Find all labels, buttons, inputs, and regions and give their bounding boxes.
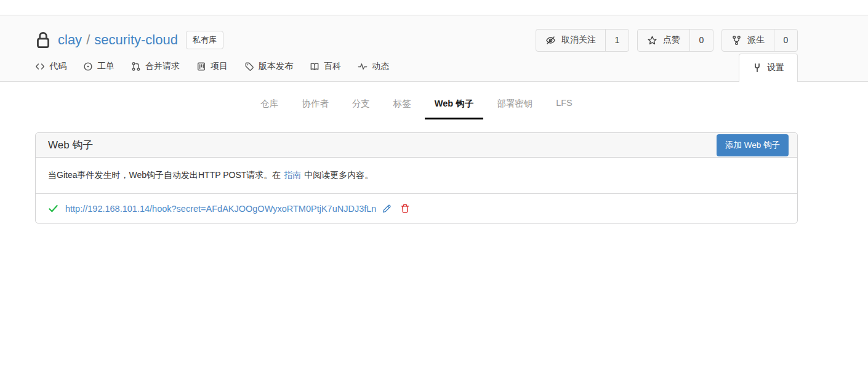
guide-link[interactable]: 指南	[284, 170, 301, 180]
tab-issues[interactable]: 工单	[83, 61, 115, 72]
forks-count[interactable]: 0	[774, 30, 797, 51]
project-icon	[196, 62, 206, 71]
tab-wiki[interactable]: 百科	[310, 61, 341, 72]
tab-code[interactable]: 代码	[35, 61, 66, 72]
settings-sub-tabs: 仓库 协作者 分支 标签 Web 钩子 部署密钥 LFS	[35, 82, 798, 119]
settings-tab-collaborators[interactable]: 协作者	[292, 98, 339, 119]
code-icon	[35, 62, 45, 71]
webhooks-description-text: 当Gitea事件发生时，Web钩子自动发出HTTP POST请求。在	[48, 170, 281, 180]
eye-slash-icon	[545, 35, 556, 46]
webhooks-description-suffix: 中阅读更多内容。	[304, 170, 373, 180]
tab-releases[interactable]: 版本发布	[244, 61, 293, 72]
repo-actions: 取消关注 1 点赞 0	[536, 29, 798, 52]
tab-wiki-label: 百科	[324, 61, 341, 72]
add-webhook-button[interactable]: 添加 Web 钩子	[717, 134, 789, 156]
settings-content: 仓库 协作者 分支 标签 Web 钩子 部署密钥 LFS Web 钩子 添加 W…	[35, 82, 798, 224]
webhooks-panel-header: Web 钩子 添加 Web 钩子	[36, 133, 797, 158]
issue-icon	[83, 62, 93, 71]
tab-settings[interactable]: 设置	[739, 54, 798, 82]
tab-projects-label: 项目	[211, 61, 228, 72]
star-icon	[647, 35, 657, 46]
fork-label: 派生	[747, 34, 765, 46]
edit-webhook-pencil-icon[interactable]	[382, 203, 392, 214]
tab-releases-label: 版本发布	[259, 61, 293, 72]
unwatch-label: 取消关注	[561, 34, 596, 46]
tab-pull-requests[interactable]: 合并请求	[131, 61, 180, 72]
repo-title-row: clay / security-cloud 私有库	[35, 15, 798, 52]
repo-owner-link[interactable]: clay	[58, 32, 82, 48]
wrench-icon	[752, 63, 762, 73]
stars-count[interactable]: 0	[689, 30, 713, 51]
repo-nav: 代码 工单	[35, 54, 798, 81]
fork-button[interactable]: 派生	[722, 30, 774, 51]
delete-webhook-trash-icon[interactable]	[400, 203, 410, 214]
repo-name-link[interactable]: security-cloud	[94, 32, 178, 48]
tab-activity-label: 动态	[372, 61, 389, 72]
webhook-success-check-icon	[48, 203, 58, 214]
tab-issues-label: 工单	[97, 61, 115, 72]
tag-icon	[244, 62, 254, 71]
tab-settings-label: 设置	[767, 62, 784, 73]
pulse-icon	[358, 62, 368, 71]
webhook-url-link[interactable]: http://192.168.101.14/hook?secret=AFdAKJ…	[65, 204, 376, 214]
pull-request-icon	[131, 62, 141, 71]
repo-title-separator: /	[86, 32, 90, 48]
tab-code-label: 代码	[49, 61, 66, 72]
star-button-group[interactable]: 点赞 0	[637, 29, 713, 52]
repo-title: clay / security-cloud	[58, 32, 178, 48]
settings-tab-webhooks[interactable]: Web 钩子	[425, 98, 483, 119]
unwatch-button-group[interactable]: 取消关注 1	[536, 29, 629, 52]
tab-projects[interactable]: 项目	[196, 61, 228, 72]
lock-icon	[35, 30, 51, 50]
book-icon	[310, 62, 319, 71]
watchers-count[interactable]: 1	[605, 30, 629, 51]
repo-header: clay / security-cloud 私有库	[0, 15, 868, 82]
settings-tab-lfs[interactable]: LFS	[546, 98, 582, 119]
webhooks-panel: Web 钩子 添加 Web 钩子 当Gitea事件发生时，Web钩子自动发出HT…	[35, 132, 798, 224]
settings-tab-tags[interactable]: 标签	[384, 98, 421, 119]
unwatch-button[interactable]: 取消关注	[536, 30, 605, 51]
fork-button-group[interactable]: 派生 0	[721, 29, 798, 52]
tab-activity[interactable]: 动态	[358, 61, 389, 72]
settings-tab-deploy-keys[interactable]: 部署密钥	[487, 98, 542, 119]
tab-pull-requests-label: 合并请求	[145, 61, 180, 72]
private-repo-badge: 私有库	[186, 31, 223, 49]
webhooks-panel-title: Web 钩子	[48, 138, 93, 152]
star-button[interactable]: 点赞	[638, 30, 689, 51]
fork-icon	[731, 35, 742, 46]
settings-tab-repository[interactable]: 仓库	[251, 98, 288, 119]
top-strip	[0, 0, 868, 15]
star-label: 点赞	[663, 34, 680, 46]
webhooks-description: 当Gitea事件发生时，Web钩子自动发出HTTP POST请求。在指南中阅读更…	[36, 158, 797, 194]
settings-tab-branches[interactable]: 分支	[342, 98, 380, 119]
webhook-list-item: http://192.168.101.14/hook?secret=AFdAKJ…	[36, 194, 797, 223]
